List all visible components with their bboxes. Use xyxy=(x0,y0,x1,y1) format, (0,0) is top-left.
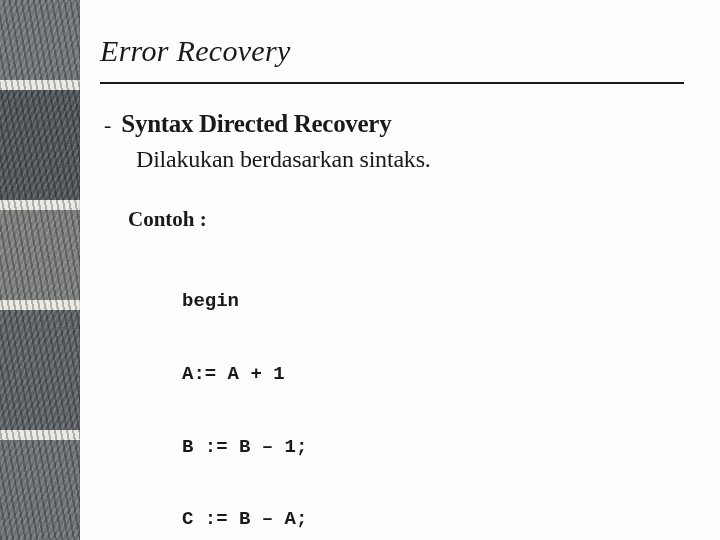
decorative-sidebar xyxy=(0,0,80,540)
bullet-dash: - xyxy=(104,114,111,136)
title-underline xyxy=(100,82,684,84)
code-line: C := B – A; xyxy=(182,507,684,531)
bullet-body-text: Dilakukan berdasarkan sintaks. xyxy=(136,146,684,173)
code-line: A:= A + 1 xyxy=(182,362,684,386)
code-line: begin xyxy=(182,289,684,313)
code-line: B := B – 1; xyxy=(182,435,684,459)
code-block: begin A:= A + 1 B := B – 1; C := B – A; … xyxy=(182,240,684,540)
example-label: Contoh : xyxy=(128,207,684,232)
bullet-item: - Syntax Directed Recovery xyxy=(104,110,684,138)
slide-title: Error Recovery xyxy=(100,34,684,68)
slide-content: Error Recovery - Syntax Directed Recover… xyxy=(80,0,720,540)
bullet-heading: Syntax Directed Recovery xyxy=(121,110,391,138)
